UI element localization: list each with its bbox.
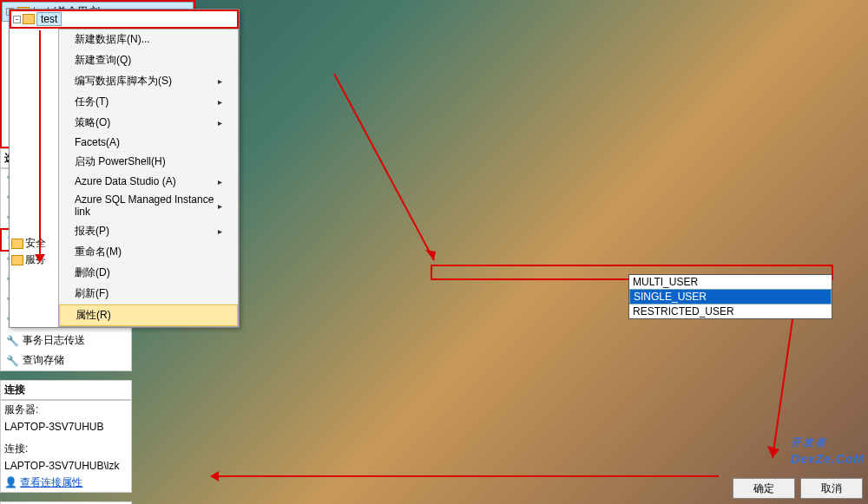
menu-item[interactable]: Azure SQL Managed Instance link▸: [59, 191, 238, 221]
view-conn-props-link[interactable]: 查看连接属性: [20, 476, 82, 488]
svg-marker-3: [767, 446, 779, 458]
conn-value: LAPTOP-3SV7UHUB\lzk: [1, 458, 131, 474]
svg-line-0: [334, 74, 434, 260]
cancel-button[interactable]: 取消: [800, 478, 863, 499]
tree-folder: 安全: [10, 235, 48, 252]
arrow-annotation: [215, 475, 719, 477]
menu-item[interactable]: 策略(O)▸: [59, 113, 238, 134]
svg-marker-1: [425, 250, 436, 260]
conn-label: 连接:: [1, 440, 131, 458]
menu-item[interactable]: 新建查询(Q): [59, 50, 238, 71]
menu-item[interactable]: 刷新(F): [59, 284, 238, 304]
menu-item[interactable]: Azure Data Studio (A)▸: [59, 173, 238, 191]
arrow-annotation: [330, 69, 451, 278]
tree-node-selected[interactable]: - test: [10, 10, 239, 29]
menu-item[interactable]: 属性(R): [59, 304, 238, 326]
menu-item[interactable]: 删除(D): [59, 263, 238, 284]
arrow-head: [210, 471, 219, 481]
menu-item[interactable]: 报表(P)▸: [59, 221, 238, 242]
page-item[interactable]: 🔧事务日志传送: [1, 331, 131, 350]
object-explorer-top: - test 新建数据库(N)...新建查询(Q)编写数据库脚本为(S)▸任务(…: [9, 9, 240, 328]
context-menu: 新建数据库(N)...新建查询(Q)编写数据库脚本为(S)▸任务(T)▸策略(O…: [58, 29, 239, 327]
page-item[interactable]: 🔧查询存储: [1, 350, 131, 370]
menu-item[interactable]: 新建数据库(N)...: [59, 29, 238, 50]
ok-button[interactable]: 确定: [733, 478, 795, 499]
user-icon: 👤: [4, 476, 17, 488]
section-heading: 连接: [0, 380, 132, 400]
wrench-icon: 🔧: [6, 355, 19, 367]
database-icon: [23, 14, 35, 24]
db-name: test: [36, 12, 62, 26]
wrench-icon: 🔧: [6, 335, 19, 347]
dropdown-option[interactable]: MULTI_USER: [629, 275, 832, 289]
menu-item[interactable]: 启动 PowerShell(H): [59, 152, 238, 173]
dropdown-option[interactable]: SINGLE_USER: [629, 289, 832, 304]
restrict-access-dropdown[interactable]: MULTI_USERSINGLE_USERRESTRICTED_USER: [628, 274, 832, 319]
menu-item[interactable]: 重命名(M): [59, 242, 238, 263]
server-label: 服务器:: [1, 401, 131, 419]
menu-item[interactable]: Facets(A): [59, 134, 238, 152]
dropdown-option[interactable]: RESTRICTED_USER: [629, 304, 832, 318]
menu-item[interactable]: 任务(T)▸: [59, 92, 238, 113]
menu-item[interactable]: 编写数据库脚本为(S)▸: [59, 71, 238, 92]
server-value: LAPTOP-3SV7UHUB: [1, 419, 131, 435]
